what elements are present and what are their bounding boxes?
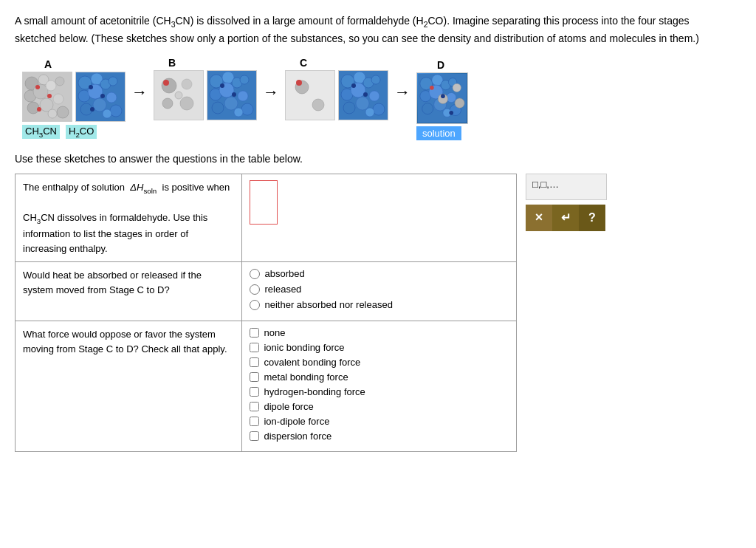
svg-point-11	[48, 109, 57, 118]
svg-point-86	[449, 111, 453, 115]
cb-dispersion: dispersion force	[250, 431, 509, 442]
answer-cell-3: none ionic bonding force covalent bondin…	[242, 321, 517, 452]
side-panel-buttons: × ↵ ?	[526, 205, 607, 231]
stage-a-group: A	[22, 58, 126, 140]
svg-point-32	[180, 97, 193, 110]
radio-absorbed-input[interactable]	[250, 269, 260, 279]
svg-point-12	[35, 85, 40, 89]
svg-point-65	[373, 103, 385, 115]
radio-neither-label: neither absorbed nor released	[264, 299, 392, 310]
svg-point-47	[241, 103, 253, 115]
svg-point-26	[103, 109, 111, 118]
question-cell-3: What force would oppose or favor the sys…	[16, 321, 242, 452]
stage-a-caption1: CH3CN	[22, 125, 60, 140]
cb-covalent-label: covalent bonding force	[264, 357, 360, 368]
enthalpy-input-box[interactable]	[250, 180, 278, 225]
svg-point-48	[234, 108, 243, 117]
svg-point-31	[162, 78, 176, 93]
svg-point-27	[89, 85, 93, 89]
svg-point-68	[363, 92, 368, 97]
arrow-bc: →	[257, 83, 285, 102]
stage-a-caption2: H2CO	[66, 125, 97, 140]
cb-dispersion-label: dispersion force	[264, 431, 331, 442]
svg-point-54	[296, 80, 302, 86]
cb-none-input[interactable]	[250, 328, 259, 338]
svg-point-24	[109, 77, 117, 86]
stage-d-images	[416, 72, 468, 124]
table-row-1: The enthalpy of solution ΔHsoln is posit…	[16, 174, 517, 262]
stage-c-img1	[285, 70, 335, 120]
svg-point-25	[110, 105, 122, 117]
cb-covalent-input[interactable]	[250, 357, 259, 367]
help-button[interactable]: ?	[579, 205, 605, 231]
svg-point-5	[46, 81, 56, 91]
question-cell-1: The enthalpy of solution ΔHsoln is posit…	[16, 174, 242, 262]
cb-ionic-input[interactable]	[250, 343, 259, 352]
cb-ionic: ionic bonding force	[250, 342, 509, 353]
svg-point-8	[53, 94, 63, 104]
svg-point-85	[441, 94, 445, 98]
stage-d-label: D	[437, 59, 444, 71]
stage-d-caption: solution	[416, 126, 461, 140]
svg-point-83	[455, 98, 464, 108]
stage-b-label: B	[168, 57, 176, 69]
svg-point-66	[365, 108, 374, 117]
svg-point-13	[47, 94, 52, 98]
cb-dipole: dipole force	[250, 401, 509, 412]
stage-a-caption: CH3CN H2CO	[22, 125, 97, 140]
cb-dipole-label: dipole force	[264, 401, 313, 412]
cb-metal-label: metal bonding force	[264, 371, 348, 383]
intro-paragraph: A small amount of acetonitrile (CH3CN) i…	[15, 13, 724, 47]
svg-point-75	[422, 103, 433, 114]
svg-point-14	[37, 107, 41, 112]
stage-c-label: C	[300, 57, 307, 69]
stage-b-img1	[154, 70, 204, 120]
cb-dispersion-input[interactable]	[250, 431, 259, 441]
svg-point-64	[371, 75, 380, 84]
side-panel-placeholder: □,□,…	[526, 174, 607, 200]
stage-a-img1	[22, 72, 72, 122]
side-panel: □,□,… × ↵ ?	[526, 174, 607, 231]
stage-c-images	[285, 70, 388, 120]
svg-point-62	[356, 97, 369, 110]
svg-point-61	[343, 102, 355, 114]
cb-hydrogen: hydrogen-bonding force	[250, 386, 509, 397]
radio-neither-input[interactable]	[250, 300, 260, 310]
cb-metal: metal bonding force	[250, 371, 509, 383]
svg-point-50	[232, 92, 236, 97]
stage-a-img2	[75, 72, 126, 122]
svg-point-36	[163, 80, 169, 86]
svg-point-10	[57, 106, 69, 118]
radio-released: released	[250, 284, 509, 295]
stage-b-img2	[207, 70, 257, 120]
svg-point-43	[212, 102, 224, 114]
stages-row: A	[22, 57, 741, 141]
svg-point-63	[369, 91, 379, 101]
answer-cell-2: absorbed released neither absorbed nor r…	[242, 262, 517, 321]
arrow-ab: →	[126, 83, 154, 102]
table-row-3: What force would oppose or favor the sys…	[16, 321, 517, 452]
svg-rect-51	[286, 71, 334, 120]
svg-point-35	[175, 92, 182, 99]
stage-c-img2	[338, 70, 388, 120]
radio-absorbed-label: absorbed	[264, 268, 304, 279]
svg-point-33	[162, 98, 173, 109]
cb-none-label: none	[264, 327, 285, 338]
cb-metal-input[interactable]	[250, 372, 259, 382]
x-button[interactable]: ×	[526, 205, 552, 231]
main-content: The enthalpy of solution ΔHsoln is posit…	[15, 174, 741, 453]
radio-released-input[interactable]	[250, 284, 260, 295]
svg-point-46	[240, 75, 249, 84]
cb-dipole-input[interactable]	[250, 402, 259, 411]
radio-released-label: released	[264, 284, 301, 295]
cb-ion-dipole-input[interactable]	[250, 417, 259, 426]
radio-neither: neither absorbed nor released	[250, 299, 509, 310]
svg-point-77	[447, 92, 456, 102]
cb-hydrogen-input[interactable]	[250, 387, 259, 397]
arrow-cd: →	[388, 83, 416, 102]
cb-ionic-label: ionic bonding force	[264, 342, 344, 353]
question-table: The enthalpy of solution ΔHsoln is posit…	[15, 174, 517, 453]
undo-button[interactable]: ↵	[552, 205, 579, 231]
question-cell-2: Would heat be absorbed or released if th…	[16, 262, 242, 321]
svg-point-44	[224, 97, 238, 110]
